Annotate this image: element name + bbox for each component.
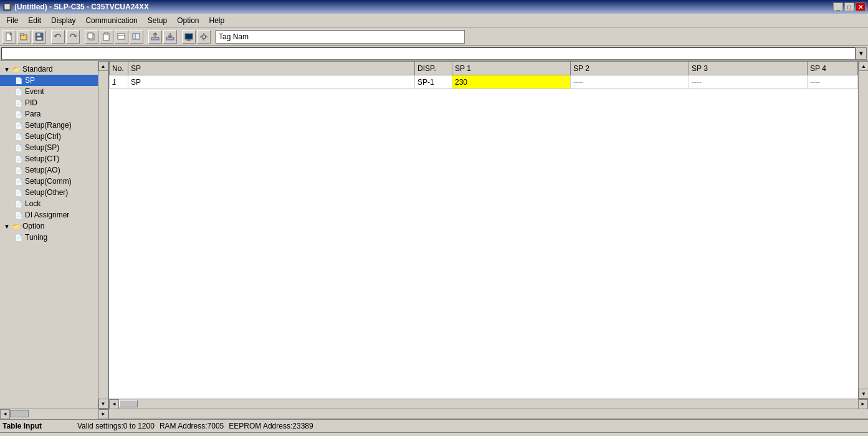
content-with-scroll: No. SP DISP. SP 1 SP 2 SP 3 SP 4 1 SP	[109, 61, 868, 399]
toolbar-redo-button[interactable]	[66, 30, 80, 44]
tree-label-standard: Standard	[22, 65, 53, 73]
tree-node-sp[interactable]: 📄 SP	[0, 75, 98, 86]
menu-bar: File Edit Display Communication Setup Op…	[0, 14, 868, 27]
status-eeprom-address: EEPROM Address:23389	[229, 422, 313, 430]
menu-edit[interactable]: Edit	[23, 15, 46, 26]
tag-name-input[interactable]	[216, 30, 465, 44]
svg-rect-5	[37, 37, 42, 40]
tree-node-para[interactable]: 📄 Para	[0, 108, 98, 120]
tree-node-setup-ct[interactable]: 📄 Setup(CT)	[0, 153, 98, 164]
folder-icon-option: 📁	[11, 222, 21, 230]
tree-node-option[interactable]: ▼ 📁 Option	[0, 220, 98, 232]
title-bar: 🔲 (Untitled) - SLP-C35 - C35TVCUA24XX _ …	[0, 0, 868, 14]
cell-sp3[interactable]: ----	[689, 75, 808, 89]
col-header-sp: SP	[128, 62, 415, 75]
svg-rect-2	[21, 34, 24, 36]
close-button[interactable]: ✕	[856, 2, 866, 11]
tree-scroll-down[interactable]: ▼	[98, 399, 108, 409]
content-scroll-down[interactable]: ▼	[859, 389, 868, 399]
menu-help[interactable]: Help	[204, 15, 229, 26]
file-icon-event: 📄	[14, 87, 24, 96]
menu-option[interactable]: Option	[172, 15, 204, 26]
tree-node-setup-range[interactable]: 📄 Setup(Range)	[0, 120, 98, 131]
address-dropdown-button[interactable]: ▼	[856, 47, 867, 60]
toolbar-copy-button[interactable]	[85, 30, 98, 44]
toolbar-btn4[interactable]	[130, 30, 143, 44]
tree-vscroll: ▲ ▼	[98, 61, 108, 409]
tree-toggle-option[interactable]: ▼	[2, 222, 11, 230]
tree-label-setup-ct: Setup(CT)	[25, 154, 59, 163]
tree-node-di-assignment[interactable]: 📄 DI Assignmer	[0, 209, 98, 220]
toolbar-save-button[interactable]	[32, 30, 46, 44]
tree-node-setup-ctrl[interactable]: 📄 Setup(Ctrl)	[0, 131, 98, 142]
tree-label-setup-other: Setup(Other)	[25, 188, 68, 197]
cell-sp[interactable]: SP	[128, 75, 415, 89]
cell-sp4[interactable]: ----	[808, 75, 858, 89]
toolbar-open-button[interactable]	[17, 30, 31, 44]
tree-label-pid: PID	[25, 98, 37, 107]
toolbar-download-button[interactable]	[163, 30, 177, 44]
tree-label-tuning: Tuning	[25, 233, 47, 242]
minimize-button[interactable]: _	[833, 2, 843, 11]
col-header-disp: DISP.	[415, 62, 452, 75]
address-input[interactable]	[1, 47, 856, 60]
status-info: Valid settings:0 to 1200 RAM Address:700…	[77, 422, 866, 430]
tree-node-pid[interactable]: 📄 PID	[0, 97, 98, 108]
col-header-sp3: SP 3	[689, 62, 808, 75]
tree-container: ▼ 📁 Standard 📄 SP 📄 Event 📄 PID 📄	[0, 61, 109, 409]
tree-node-tuning[interactable]: 📄 Tuning	[0, 232, 98, 243]
tree-label-lock: Lock	[25, 199, 41, 208]
title-bar-left: 🔲 (Untitled) - SLP-C35 - C35TVCUA24XX	[2, 2, 149, 11]
toolbar	[0, 27, 868, 46]
cell-disp[interactable]: SP-1	[415, 75, 452, 89]
tree-label-event: Event	[25, 87, 44, 96]
content-scroll-right[interactable]: ►	[858, 399, 868, 409]
tree-node-setup-comm[interactable]: 📄 Setup(Comm)	[0, 176, 98, 187]
menu-setup[interactable]: Setup	[143, 15, 172, 26]
maximize-button[interactable]: □	[844, 2, 854, 11]
col-header-sp4: SP 4	[808, 62, 858, 75]
toolbar-settings-button[interactable]	[197, 30, 211, 44]
tree-label-setup-ao: Setup(AO)	[25, 166, 60, 174]
address-bar: ▼	[0, 46, 868, 61]
status-bar: Table Input Valid settings:0 to 1200 RAM…	[0, 419, 868, 432]
svg-point-19	[202, 35, 206, 39]
tree-label-setup-comm: Setup(Comm)	[25, 177, 72, 186]
folder-icon-standard: 📁	[11, 65, 21, 73]
file-icon-setup-ct: 📄	[14, 154, 24, 163]
tree-hscroll-right[interactable]: ►	[98, 409, 108, 419]
tree-scroll-up[interactable]: ▲	[98, 61, 108, 71]
bottom-status: 3, 1	[0, 432, 868, 436]
toolbar-btn3[interactable]	[115, 30, 128, 44]
tree-label-di-assignment: DI Assignmer	[25, 211, 69, 219]
menu-communication[interactable]: Communication	[80, 15, 142, 26]
tree-node-standard[interactable]: ▼ 📁 Standard	[0, 64, 98, 75]
svg-rect-7	[88, 33, 93, 39]
content-vscroll: ▲ ▼	[858, 61, 868, 399]
toolbar-undo-button[interactable]	[51, 30, 65, 44]
tree-label-setup-sp: Setup(SP)	[25, 143, 59, 152]
tree-hscroll-left[interactable]: ◄	[0, 409, 10, 419]
content-hscroll-thumb[interactable]	[119, 400, 138, 407]
svg-rect-16	[185, 34, 193, 39]
content-scroll-up[interactable]: ▲	[859, 61, 868, 71]
cell-sp2[interactable]: ----	[571, 75, 689, 89]
file-icon-para: 📄	[14, 110, 24, 118]
menu-display[interactable]: Display	[46, 15, 80, 26]
status-label: Table Input	[2, 422, 77, 430]
content-scroll-left[interactable]: ◄	[109, 399, 119, 409]
tree-node-setup-sp[interactable]: 📄 Setup(SP)	[0, 142, 98, 153]
menu-file[interactable]: File	[1, 15, 23, 26]
cell-sp1[interactable]: 230	[452, 75, 571, 89]
tree-node-lock[interactable]: 📄 Lock	[0, 198, 98, 209]
toolbar-upload-button[interactable]	[148, 30, 162, 44]
tree-node-event[interactable]: 📄 Event	[0, 86, 98, 97]
content-panel: No. SP DISP. SP 1 SP 2 SP 3 SP 4 1 SP	[109, 61, 858, 399]
tree-node-setup-ao[interactable]: 📄 Setup(AO)	[0, 164, 98, 176]
tree-toggle-standard[interactable]: ▼	[2, 65, 11, 73]
tree-node-setup-other[interactable]: 📄 Setup(Other)	[0, 187, 98, 198]
tree-hscroll-thumb[interactable]	[10, 410, 29, 417]
toolbar-monitor-button[interactable]	[182, 30, 196, 44]
toolbar-new-button[interactable]	[2, 30, 16, 44]
toolbar-paste-button[interactable]	[100, 30, 113, 44]
